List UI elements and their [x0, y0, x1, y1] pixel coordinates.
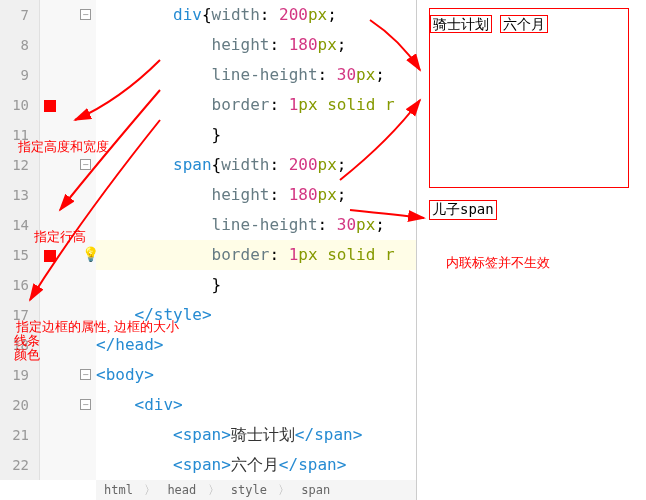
code-line[interactable]: <div> — [96, 390, 416, 420]
preview-panel: 骑士计划 六个月 儿子span — [416, 0, 646, 500]
chevron-right-icon: 〉 — [278, 483, 290, 497]
chevron-right-icon: 〉 — [144, 483, 156, 497]
line-number: 21 — [0, 420, 39, 450]
breadcrumb-item[interactable]: html — [104, 483, 133, 497]
breadcrumb-item[interactable]: head — [167, 483, 196, 497]
fold-toggle[interactable]: − — [80, 9, 91, 20]
code-line[interactable]: } — [96, 270, 416, 300]
code-line[interactable]: <span>骑士计划</span> — [96, 420, 416, 450]
line-number: 20 — [0, 390, 39, 420]
rendered-div: 骑士计划 六个月 — [429, 8, 629, 188]
line-number: 13 — [0, 180, 39, 210]
rendered-span: 骑士计划 — [430, 15, 492, 33]
breadcrumb-item[interactable]: span — [301, 483, 330, 497]
code-line[interactable]: <body> — [96, 360, 416, 390]
line-number: 7 — [0, 0, 39, 30]
line-number: 19 — [0, 360, 39, 390]
code-line[interactable]: border: 1px solid r — [96, 240, 416, 270]
rendered-span: 儿子span — [429, 200, 497, 220]
code-line[interactable]: } — [96, 120, 416, 150]
line-number: 9 — [0, 60, 39, 90]
line-number: 8 — [0, 30, 39, 60]
breadcrumb[interactable]: html 〉 head 〉 style 〉 span — [96, 480, 416, 500]
code-line[interactable]: border: 1px solid r — [96, 90, 416, 120]
code-line[interactable]: height: 180px; — [96, 30, 416, 60]
code-line[interactable]: div{width: 200px; — [96, 0, 416, 30]
annotation-label: 指定边框的属性, 边框的大小 — [16, 318, 179, 336]
line-number: 16 — [0, 270, 39, 300]
annotation-label: 指定行高 — [34, 228, 86, 246]
line-number: 10 — [0, 90, 39, 120]
fold-toggle[interactable]: − — [80, 399, 91, 410]
code-line[interactable]: span{width: 200px; — [96, 150, 416, 180]
code-area[interactable]: div{width: 200px; height: 180px; line-he… — [96, 0, 416, 480]
code-line[interactable]: line-height: 30px; — [96, 60, 416, 90]
fold-toggle[interactable]: − — [80, 159, 91, 170]
annotation-label: 指定高度和宽度 — [18, 138, 109, 156]
code-line[interactable]: <span>六个月</span> — [96, 450, 416, 480]
code-line[interactable]: line-height: 30px; — [96, 210, 416, 240]
line-number: 22 — [0, 450, 39, 480]
annotation-label: 内联标签并不生效 — [446, 254, 550, 272]
gutter-marker — [44, 100, 56, 112]
chevron-right-icon: 〉 — [208, 483, 220, 497]
breadcrumb-item[interactable]: style — [231, 483, 267, 497]
rendered-span: 六个月 — [500, 15, 548, 33]
code-line[interactable]: height: 180px; — [96, 180, 416, 210]
annotation-label: 颜色 — [14, 346, 40, 364]
fold-toggle[interactable]: − — [80, 369, 91, 380]
gutter-marker — [44, 250, 56, 262]
